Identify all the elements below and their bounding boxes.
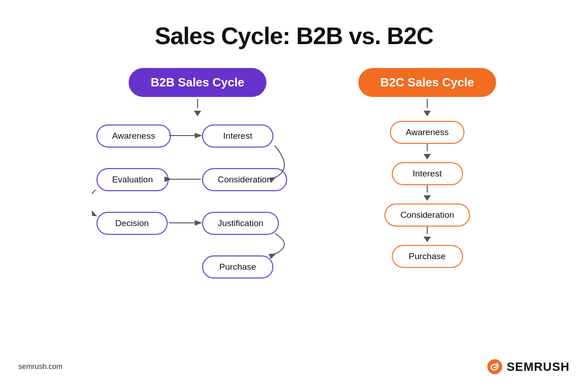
b2b-flow: Awareness Interest Evaluation Considerat… bbox=[92, 125, 303, 299]
b2c-arrow-3 bbox=[424, 227, 431, 245]
b2b-justification-node: Justification bbox=[202, 212, 279, 235]
footer-url: semrush.com bbox=[18, 363, 62, 371]
footer: semrush.com SEMRUSH bbox=[0, 358, 588, 375]
b2b-header-arrow bbox=[194, 99, 201, 119]
b2b-justification-label: Justification bbox=[202, 212, 279, 235]
svg-point-3 bbox=[487, 359, 502, 374]
b2b-consideration-label: Consideration bbox=[202, 168, 287, 191]
b2b-purchase-node: Purchase bbox=[202, 255, 273, 278]
b2b-header: B2B Sales Cycle bbox=[129, 68, 266, 97]
b2c-arrow-2 bbox=[424, 185, 431, 204]
b2c-column: B2C Sales Cycle Awareness Interest Consi… bbox=[358, 68, 496, 299]
b2c-awareness-node: Awareness bbox=[390, 121, 464, 144]
b2b-decision-node: Decision bbox=[96, 212, 168, 235]
page-title: Sales Cycle: B2B vs. B2C bbox=[0, 0, 588, 50]
b2c-purchase-node: Purchase bbox=[392, 245, 463, 268]
b2c-arrow-1 bbox=[424, 144, 431, 162]
b2b-interest-node: Interest bbox=[202, 125, 273, 148]
b2b-column: B2B Sales Cycle Awareness Interest Evalu… bbox=[92, 68, 303, 299]
b2c-consideration-node: Consideration bbox=[384, 204, 469, 227]
diagram-area: B2B Sales Cycle Awareness Interest Evalu… bbox=[0, 68, 588, 299]
b2c-header: B2C Sales Cycle bbox=[358, 68, 496, 97]
b2b-awareness-node: Awareness bbox=[96, 125, 171, 148]
b2b-consideration-node: Consideration bbox=[202, 168, 287, 191]
b2c-interest-node: Interest bbox=[392, 162, 463, 185]
b2b-evaluation-label: Evaluation bbox=[96, 168, 169, 191]
b2b-purchase-label: Purchase bbox=[202, 255, 273, 278]
b2b-decision-label: Decision bbox=[96, 212, 168, 235]
b2b-interest-label: Interest bbox=[202, 125, 273, 148]
semrush-brand: SEMRUSH bbox=[507, 360, 570, 374]
semrush-icon bbox=[486, 358, 503, 375]
b2b-evaluation-node: Evaluation bbox=[96, 168, 169, 191]
semrush-logo: SEMRUSH bbox=[486, 358, 570, 375]
b2b-awareness-label: Awareness bbox=[96, 125, 171, 148]
b2c-header-arrow bbox=[424, 99, 431, 119]
